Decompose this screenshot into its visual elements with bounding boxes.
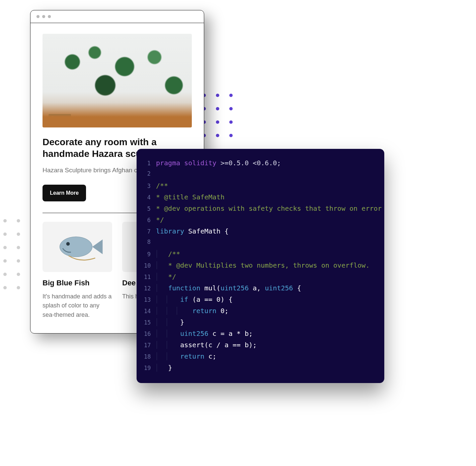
code-line: 1pragma solidity >=0.5.0 <0.6.0; xyxy=(144,159,375,170)
code-line: 10 * @dev Multiplies two numbers, throws… xyxy=(144,261,375,273)
line-number: 7 xyxy=(144,228,156,235)
code-text: return c; xyxy=(156,352,217,360)
line-number: 8 xyxy=(144,239,156,245)
line-number: 9 xyxy=(144,251,156,258)
code-text: * @title SafeMath xyxy=(156,193,225,201)
code-line: 15 } xyxy=(144,318,375,330)
code-text: return 0; xyxy=(156,307,229,315)
line-number: 18 xyxy=(144,353,156,360)
dot-icon xyxy=(229,107,233,110)
window-dot-icon xyxy=(36,15,39,18)
code-text: */ xyxy=(156,216,164,224)
dot-icon xyxy=(3,219,7,222)
dot-icon xyxy=(3,246,7,249)
svg-marker-2 xyxy=(92,239,102,254)
line-number: 2 xyxy=(144,170,156,177)
decorative-dots-purple xyxy=(203,94,233,137)
line-number: 4 xyxy=(144,194,156,201)
line-number: 17 xyxy=(144,342,156,349)
code-line: 19 } xyxy=(144,364,375,375)
code-text: library SafeMath { xyxy=(156,227,229,235)
code-text: pragma solidity >=0.5.0 <0.6.0; xyxy=(156,159,281,167)
dot-icon xyxy=(3,232,7,236)
product-description: It's handmade and adds a splash of color… xyxy=(43,292,112,320)
product-card[interactable]: Big Blue Fish It's handmade and adds a s… xyxy=(43,222,112,320)
code-text: /** xyxy=(156,250,180,258)
dot-icon xyxy=(3,273,7,276)
line-number: 1 xyxy=(144,160,156,167)
code-text: if (a == 0) { xyxy=(156,295,233,303)
code-text: /** xyxy=(156,182,168,190)
dot-icon xyxy=(216,94,219,97)
dot-icon xyxy=(216,134,219,137)
dot-icon xyxy=(17,232,20,236)
line-number: 11 xyxy=(144,274,156,280)
code-line: 3/** xyxy=(144,182,375,193)
code-line: 12 function mul(uint256 a, uint256 { xyxy=(144,284,375,295)
dot-icon xyxy=(216,107,219,110)
product-title: Big Blue Fish xyxy=(43,279,112,287)
dot-icon xyxy=(17,259,20,263)
line-number: 10 xyxy=(144,262,156,269)
code-line: 17 assert(c / a == b); xyxy=(144,341,375,352)
dot-icon xyxy=(216,120,219,124)
product-image xyxy=(43,222,112,272)
dot-icon xyxy=(17,219,20,222)
window-dot-icon xyxy=(42,15,45,18)
code-line: 5* @dev operations with safety checks th… xyxy=(144,204,375,216)
code-text: */ xyxy=(156,273,176,281)
dot-icon xyxy=(3,286,7,289)
line-number: 16 xyxy=(144,331,156,337)
line-number: 5 xyxy=(144,205,156,212)
decorative-dots-grey xyxy=(3,219,33,289)
dot-icon xyxy=(3,259,7,263)
browser-titlebar xyxy=(30,10,204,23)
line-number: 6 xyxy=(144,217,156,223)
line-number: 19 xyxy=(144,365,156,371)
code-line: 9 /** xyxy=(144,250,375,261)
code-text: assert(c / a == b); xyxy=(156,341,257,349)
code-text: * @dev operations with safety checks tha… xyxy=(156,204,382,212)
dot-icon xyxy=(229,120,233,124)
dot-icon xyxy=(229,134,233,137)
code-text: uint256 c = a * b; xyxy=(156,330,253,338)
code-line: 4* @title SafeMath xyxy=(144,193,375,204)
code-line: 6*/ xyxy=(144,216,375,227)
code-line: 16 uint256 c = a * b; xyxy=(144,330,375,341)
code-line: 7library SafeMath { xyxy=(144,227,375,239)
code-text: function mul(uint256 a, uint256 { xyxy=(156,284,301,292)
line-number: 14 xyxy=(144,308,156,314)
code-text: } xyxy=(156,318,184,326)
line-number: 12 xyxy=(144,285,156,292)
line-number: 13 xyxy=(144,296,156,303)
line-number: 15 xyxy=(144,319,156,326)
dot-icon xyxy=(17,246,20,249)
hero-book-label: Botanica xyxy=(49,114,71,121)
dot-icon xyxy=(229,94,233,97)
svg-point-3 xyxy=(66,242,70,246)
hero-image: Botanica xyxy=(43,34,192,127)
code-line: 2 xyxy=(144,170,375,182)
code-line: 11 */ xyxy=(144,273,375,284)
dot-icon xyxy=(17,286,20,289)
learn-more-button[interactable]: Learn More xyxy=(43,185,86,201)
code-line: 13 if (a == 0) { xyxy=(144,295,375,307)
fish-icon xyxy=(48,225,107,268)
dot-icon xyxy=(17,273,20,276)
code-text: * @dev Multiplies two numbers, throws on… xyxy=(156,261,370,269)
code-editor-panel: 1pragma solidity >=0.5.0 <0.6.0;23/**4* … xyxy=(137,149,384,383)
code-text: } xyxy=(156,364,172,372)
code-line: 18 return c; xyxy=(144,352,375,364)
code-listing: 1pragma solidity >=0.5.0 <0.6.0;23/**4* … xyxy=(144,159,375,375)
code-line: 8 xyxy=(144,239,375,250)
line-number: 3 xyxy=(144,183,156,189)
window-dot-icon xyxy=(48,15,51,18)
code-line: 14 return 0; xyxy=(144,307,375,318)
